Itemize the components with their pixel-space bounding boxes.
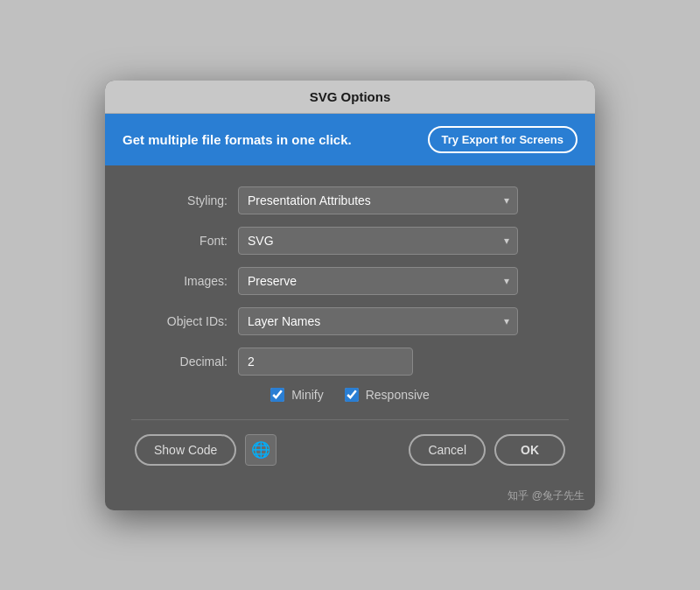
font-row: Font: SVG Convert to Outlines ▾	[131, 227, 569, 255]
ok-button[interactable]: OK	[494, 434, 565, 466]
show-code-button[interactable]: Show Code	[135, 434, 236, 466]
images-label: Images:	[131, 274, 228, 288]
responsive-label: Responsive	[366, 388, 430, 402]
button-row-left: Show Code 🌐	[135, 434, 276, 466]
font-select-wrapper: SVG Convert to Outlines ▾	[238, 227, 518, 255]
promo-banner: Get multiple file formats in one click. …	[105, 114, 595, 165]
responsive-checkbox-item[interactable]: Responsive	[345, 388, 430, 402]
decimal-row: Decimal:	[131, 348, 569, 376]
styling-row: Styling: Presentation Attributes Interna…	[131, 186, 569, 214]
objectids-select[interactable]: Layer Names Minimal Unique	[238, 307, 518, 335]
cancel-button[interactable]: Cancel	[409, 434, 486, 466]
font-select[interactable]: SVG Convert to Outlines	[238, 227, 518, 255]
form-content: Styling: Presentation Attributes Interna…	[105, 165, 595, 483]
minify-checkbox-item[interactable]: Minify	[270, 388, 324, 402]
minify-label: Minify	[291, 388, 324, 402]
watermark: 知乎 @兔子先生	[105, 483, 595, 510]
objectids-select-wrapper: Layer Names Minimal Unique ▾	[238, 307, 518, 335]
dialog-title: SVG Options	[310, 89, 391, 104]
decimal-label: Decimal:	[131, 355, 228, 369]
objectids-label: Object IDs:	[131, 314, 228, 328]
globe-button[interactable]: 🌐	[245, 434, 276, 466]
font-label: Font:	[131, 234, 228, 248]
button-row: Show Code 🌐 Cancel OK	[131, 434, 569, 466]
images-select[interactable]: Preserve Embed Link	[238, 267, 518, 295]
button-row-right: Cancel OK	[409, 434, 565, 466]
responsive-checkbox[interactable]	[345, 388, 359, 402]
styling-select[interactable]: Presentation Attributes Internal CSS Inl…	[238, 186, 518, 214]
minify-checkbox[interactable]	[270, 388, 284, 402]
styling-label: Styling:	[131, 193, 228, 207]
decimal-input[interactable]	[238, 348, 413, 376]
objectids-row: Object IDs: Layer Names Minimal Unique ▾	[131, 307, 569, 335]
divider	[131, 419, 569, 420]
checkbox-row: Minify Responsive	[131, 388, 569, 402]
images-select-wrapper: Preserve Embed Link ▾	[238, 267, 518, 295]
promo-text: Get multiple file formats in one click.	[122, 132, 417, 147]
try-export-button[interactable]: Try Export for Screens	[428, 126, 578, 153]
dialog-title-bar: SVG Options	[105, 81, 595, 114]
images-row: Images: Preserve Embed Link ▾	[131, 267, 569, 295]
globe-icon: 🌐	[251, 440, 270, 460]
svg-options-dialog: SVG Options Get multiple file formats in…	[105, 81, 595, 510]
styling-select-wrapper: Presentation Attributes Internal CSS Inl…	[238, 186, 518, 214]
